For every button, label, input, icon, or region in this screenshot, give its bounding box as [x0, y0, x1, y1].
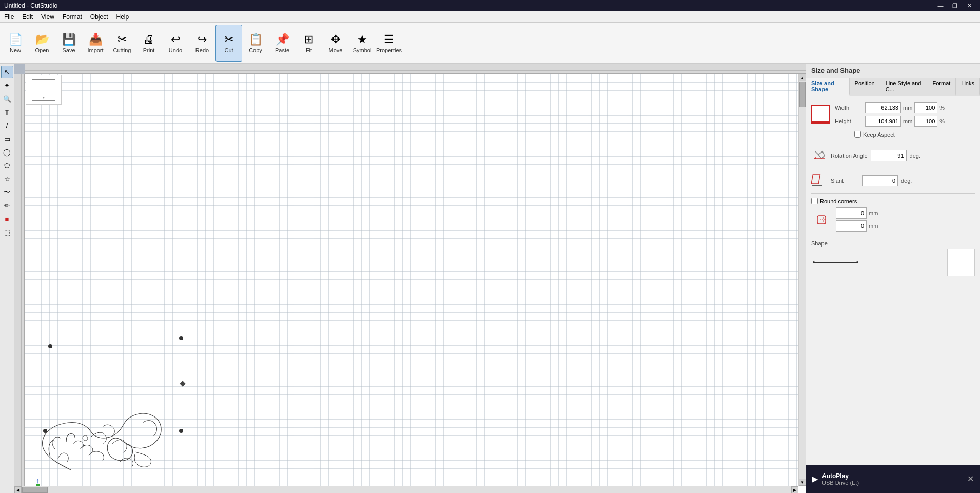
separator-2 — [811, 168, 975, 168]
tool-node[interactable]: ✦ — [1, 79, 13, 91]
toolbar-symbol[interactable]: ★ Symbol — [349, 25, 376, 62]
round-corners-section: Round corners mm — [811, 198, 975, 232]
tool-select[interactable]: ↖ — [1, 66, 13, 78]
autoplay-close-button[interactable]: ✕ — [967, 474, 974, 484]
autoplay-icon: ▶ — [812, 474, 818, 484]
rotation-icon — [811, 147, 828, 164]
scroll-right-button[interactable]: ▶ — [791, 486, 798, 493]
tool-circle[interactable]: ◯ — [1, 146, 13, 158]
menu-view[interactable]: View — [37, 12, 58, 22]
round-row-2: mm — [836, 220, 878, 232]
toolbar-print[interactable]: 🖨 Print — [135, 25, 162, 62]
copy-icon: 📋 — [249, 33, 263, 46]
minimize-button[interactable]: — — [934, 1, 947, 10]
menu-file[interactable]: File — [0, 12, 18, 22]
maximize-button[interactable]: ❐ — [948, 1, 962, 10]
panel-title: Size and Shape — [811, 67, 860, 74]
scroll-thumb-v[interactable] — [799, 82, 806, 107]
toolbar-properties[interactable]: ☰ Properties — [376, 25, 402, 62]
menu-format[interactable]: Format — [58, 12, 86, 22]
canvas-content[interactable]: ▼ — [25, 74, 806, 493]
scroll-up-button[interactable]: ▲ — [799, 74, 806, 81]
move-label: Move — [329, 47, 343, 53]
copy-label: Copy — [249, 47, 262, 53]
toolbar-fit[interactable]: ⊞ Fit — [296, 25, 322, 62]
menu-edit[interactable]: Edit — [18, 12, 37, 22]
toolbar-cut[interactable]: ✂ Cut — [215, 25, 242, 62]
toolbar-new[interactable]: 📄 New — [2, 25, 29, 62]
tool-text[interactable]: T — [1, 106, 13, 118]
slant-label: Slant — [831, 178, 859, 184]
new-icon: 📄 — [9, 33, 23, 46]
handle-tr[interactable] — [179, 336, 183, 340]
toolbar-import[interactable]: 📥 Import — [82, 25, 109, 62]
tool-freehand[interactable]: ✏ — [1, 199, 13, 212]
undo-icon: ↩ — [171, 33, 180, 46]
toolbar-undo[interactable]: ↩ Undo — [162, 25, 189, 62]
handle-tl[interactable] — [48, 344, 52, 348]
redo-label: Redo — [195, 47, 209, 53]
toolbar-open[interactable]: 📂 Open — [29, 25, 55, 62]
scroll-track-h — [22, 486, 791, 493]
close-button[interactable]: ✕ — [963, 1, 976, 10]
redo-icon: ↪ — [198, 33, 207, 46]
vertical-scrollbar[interactable]: ▲ ▼ — [798, 74, 806, 486]
tool-fill[interactable]: ■ — [1, 213, 13, 225]
toolbar-save[interactable]: 💾 Save — [55, 25, 82, 62]
new-label: New — [10, 47, 21, 53]
tab-line-style[interactable]: Line Style and C... — [880, 78, 928, 96]
horizontal-scrollbar[interactable]: ◀ ▶ — [14, 486, 798, 493]
tab-position[interactable]: Position — [850, 78, 880, 96]
rotation-unit: deg. — [910, 153, 920, 159]
rotation-input[interactable] — [871, 150, 907, 161]
height-pct-input[interactable] — [914, 116, 937, 127]
tool-frame[interactable]: ⬚ — [1, 226, 13, 238]
scroll-left-button[interactable]: ◀ — [14, 486, 22, 493]
window-controls: — ❐ ✕ — [934, 1, 976, 10]
tool-rectangle[interactable]: ▭ — [1, 132, 13, 145]
height-input[interactable] — [865, 116, 901, 127]
print-icon: 🖨 — [143, 33, 154, 46]
tool-zoom[interactable]: 🔍 — [1, 92, 13, 105]
height-label: Height — [835, 118, 863, 124]
toolbar-copy[interactable]: 📋 Copy — [242, 25, 269, 62]
menu-object[interactable]: Object — [86, 12, 112, 22]
round-corners-checkbox[interactable] — [811, 198, 818, 204]
properties-icon: ☰ — [384, 33, 394, 46]
menu-help[interactable]: Help — [112, 12, 133, 22]
slant-icon — [811, 173, 828, 189]
scroll-track-v — [799, 81, 806, 479]
toolbar-paste[interactable]: 📌 Paste — [269, 25, 296, 62]
width-pct-input[interactable] — [914, 102, 937, 113]
tool-polygon[interactable]: ⬠ — [1, 159, 13, 172]
round-value2-input[interactable] — [836, 220, 867, 232]
round-value1-input[interactable] — [836, 207, 867, 219]
toolbar-cutting[interactable]: ✂ Cutting — [109, 25, 135, 62]
slant-input[interactable] — [862, 175, 898, 186]
scroll-thumb-h[interactable] — [22, 487, 48, 493]
round-corners-label: Round corners — [820, 198, 857, 204]
ruler-top — [25, 64, 806, 74]
toolbar-redo[interactable]: ↪ Redo — [189, 25, 215, 62]
shape-line-container — [811, 257, 943, 268]
import-icon: 📥 — [89, 33, 103, 46]
width-input[interactable] — [865, 102, 901, 113]
fit-label: Fit — [306, 47, 312, 53]
scroll-down-button[interactable]: ▼ — [799, 479, 806, 486]
tool-wave[interactable]: 〜 — [1, 186, 13, 198]
tool-star[interactable]: ☆ — [1, 173, 13, 185]
toolbar-move[interactable]: ✥ Move — [322, 25, 349, 62]
size-preview-icon — [811, 105, 830, 124]
tab-format[interactable]: Format — [927, 78, 956, 96]
panel-tabs: Size and Shape Position Line Style and C… — [806, 78, 980, 96]
tab-size-shape[interactable]: Size and Shape — [806, 78, 850, 96]
round-unit-2: mm — [869, 223, 878, 229]
keep-aspect-checkbox[interactable] — [854, 131, 861, 138]
tool-line[interactable]: / — [1, 119, 13, 131]
canvas-area: ▼ — [14, 64, 806, 493]
tab-links[interactable]: Links — [956, 78, 980, 96]
rotation-row: Rotation Angle deg. — [811, 147, 975, 164]
fit-icon: ⊞ — [304, 33, 313, 46]
shape-row — [811, 249, 975, 276]
canvas-grid: ▼ — [25, 74, 806, 493]
